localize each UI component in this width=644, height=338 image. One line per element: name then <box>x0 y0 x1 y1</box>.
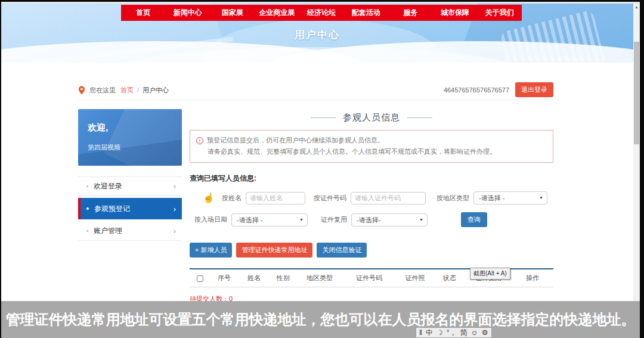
table-header-cell: 序号 <box>210 269 239 287</box>
ime-toolbar-item[interactable]: ⚙ <box>482 328 488 337</box>
page-title: 用户中心 <box>1 28 633 42</box>
breadcrumb-current: 用户中心 <box>143 86 169 95</box>
id-filter-input[interactable] <box>351 192 426 204</box>
page-banner: 首页新闻中心国家展企业商业展经济论坛配套活动服务城市保障关于我们 用户中心 <box>1 4 633 63</box>
section-heading-text: 参观人员信息 <box>343 112 400 123</box>
chevron-right-icon: › <box>174 182 176 191</box>
sidebar: 欢迎, 第四届视频 欢迎登录 › 参观预登记 › 账户管理 <box>78 109 182 243</box>
date-filter-value: -请选择 - <box>237 216 262 224</box>
sidebar-menu-item[interactable]: 参观预登记 › <box>78 198 182 219</box>
heading-line <box>311 117 336 118</box>
id-filter-label: 按证件号码 <box>314 194 346 203</box>
select-all-checkbox[interactable] <box>197 275 203 282</box>
nav-item[interactable]: 国家展 <box>210 5 255 21</box>
table-header-cell: 状态 <box>434 269 465 287</box>
notice-box: !预登记信息提交后，仍可在用户中心继续添加参观人员信息。 请务必真实、规范、完整… <box>190 130 553 163</box>
caret-down-icon: ▼ <box>299 214 304 226</box>
add-person-button[interactable]: + 新增人员 <box>190 243 232 258</box>
table-header-cell: 操作 <box>512 269 553 287</box>
filter-row-2: 按入场日期 -请选择 - ▼ 证件复用 -请选择- ▼ 查询 <box>190 212 553 227</box>
welcome-greeting: 欢迎, <box>88 122 182 134</box>
nav-item[interactable]: 首页 <box>121 5 166 21</box>
exclamation-circle-icon: ! <box>196 137 203 144</box>
table-header-cell: 证件号码 <box>342 269 396 287</box>
chevron-right-icon: › <box>174 227 176 235</box>
date-filter-label: 按入场日期 <box>194 215 227 224</box>
manage-address-button[interactable]: 管理证件快递常用地址 <box>236 243 312 258</box>
region-filter-value: -请选择 - <box>479 194 504 201</box>
table-header-cell: 姓名 <box>239 269 270 287</box>
bullet-icon <box>86 207 89 210</box>
notice-text-1: 预登记信息提交后，仍可在用户中心继续添加参观人员信息。 <box>207 137 384 144</box>
content-area: 您在这里 首页 / 用户中心 464576576576576577 退出登录 欢… <box>1 63 633 301</box>
bullet-icon <box>86 185 88 187</box>
select-all-cell <box>190 270 210 286</box>
scrollbar-thumb[interactable] <box>634 42 639 144</box>
table-header-cell: 证件照 <box>396 269 434 287</box>
nav-item[interactable]: 新闻中心 <box>166 5 210 21</box>
notice-line-2: 请务必真实、规范、完整填写参观人员个人信息。个人信息填写不规范或不真实，将影响证… <box>196 146 546 157</box>
nav-item[interactable]: 经济论坛 <box>299 5 344 21</box>
ime-toolbar: ‖中☽°，简☺⚙ <box>416 327 492 338</box>
nav-item[interactable]: 服务 <box>388 5 433 21</box>
query-section-title: 查询已填写人员信息: <box>190 173 553 184</box>
scrollbar-up-arrow-icon[interactable]: ▲ <box>633 5 640 9</box>
reuse-filter-select[interactable]: -请选择- ▼ <box>351 213 428 227</box>
caret-down-icon: ▼ <box>539 192 543 204</box>
close-verification-button[interactable]: 关闭信息验证 <box>317 243 367 258</box>
sidebar-menu-item-label: 参观预登记 <box>94 204 130 214</box>
name-filter-label: 按姓名 <box>222 194 242 203</box>
bullet-icon <box>86 230 88 232</box>
subtitle-text: 管理证件快递常用地址可设置五个常用快递地址，您也可以在人员报名的界面选择指定的快… <box>6 310 636 329</box>
nav-item[interactable]: 企业商业展 <box>255 5 299 21</box>
breadcrumb-separator: / <box>137 86 139 94</box>
welcome-card: 欢迎, 第四届视频 <box>78 109 182 166</box>
account-area: 464576576576576577 退出登录 <box>444 82 553 97</box>
welcome-user-name: 第四届视频 <box>88 143 182 152</box>
caret-down-icon: ▼ <box>419 214 423 226</box>
sidebar-menu: 欢迎登录 › 参观预登记 › 账户管理 › <box>78 176 182 241</box>
main-navigation: 首页新闻中心国家展企业商业展经济论坛配套活动服务城市保障关于我们 <box>121 5 522 21</box>
search-button[interactable]: 查询 <box>461 212 487 227</box>
main-panel: 参观人员信息 !预登记信息提交后，仍可在用户中心继续添加参观人员信息。 请务必真… <box>190 112 553 321</box>
section-heading: 参观人员信息 <box>190 112 553 123</box>
ime-toolbar-item[interactable]: 简 <box>460 328 467 337</box>
nav-item[interactable]: 关于我们 <box>477 5 522 21</box>
ime-toolbar-item[interactable]: ☽ <box>436 328 443 337</box>
breadcrumb: 您在这里 首页 / 用户中心 <box>78 84 169 96</box>
screenshot-tooltip: 截图(Alt + A) <box>470 268 510 280</box>
subtitle-bar: 管理证件快递常用地址可设置五个常用快递地址，您也可以在人员报名的界面选择指定的快… <box>1 301 640 338</box>
sidebar-menu-item-label: 欢迎登录 <box>94 181 122 191</box>
chevron-right-icon: › <box>174 204 176 213</box>
reuse-filter-value: -请选择- <box>357 216 380 224</box>
reuse-filter-label: 证件复用 <box>321 215 347 224</box>
region-filter-select[interactable]: -请选择 - ▼ <box>473 191 547 204</box>
ime-toolbar-item[interactable]: ‖ <box>419 328 422 337</box>
action-buttons-row: + 新增人员 管理证件快递常用地址 关闭信息验证 <box>190 243 553 258</box>
sidebar-menu-item[interactable]: 账户管理 › <box>78 221 182 241</box>
sidebar-menu-item[interactable]: 欢迎登录 › <box>78 176 182 196</box>
user-number: 464576576576576577 <box>444 86 509 94</box>
nav-item[interactable]: 配套活动 <box>343 5 388 21</box>
ime-toolbar-item[interactable]: °， <box>447 328 457 337</box>
mouse-cursor-icon: ☝ <box>203 192 215 203</box>
ime-toolbar-item[interactable]: 中 <box>426 328 433 337</box>
vertical-scrollbar[interactable]: ▲ <box>633 4 640 301</box>
location-pin-icon <box>78 86 85 95</box>
heading-line <box>407 117 432 118</box>
name-filter-input[interactable] <box>246 192 305 204</box>
region-filter-label: 按地区类型 <box>436 194 469 203</box>
logout-button[interactable]: 退出登录 <box>515 82 553 97</box>
ime-toolbar-item[interactable]: ☺ <box>471 328 478 337</box>
sidebar-menu-item-label: 账户管理 <box>94 226 122 236</box>
table-header-cell: 性别 <box>270 269 297 287</box>
table-header-cell: 地区类型 <box>297 269 342 287</box>
breadcrumb-home-link[interactable]: 首页 <box>120 86 134 95</box>
filter-row-1: 按姓名 按证件号码 按地区类型 -请选择 - ▼ <box>190 191 553 204</box>
breadcrumb-prefix: 您在这里 <box>89 86 116 95</box>
date-filter-select[interactable]: -请选择 - ▼ <box>231 213 308 227</box>
nav-item[interactable]: 城市保障 <box>433 5 478 21</box>
notice-line-1: !预登记信息提交后，仍可在用户中心继续添加参观人员信息。 <box>196 135 546 146</box>
divider <box>78 100 553 100</box>
